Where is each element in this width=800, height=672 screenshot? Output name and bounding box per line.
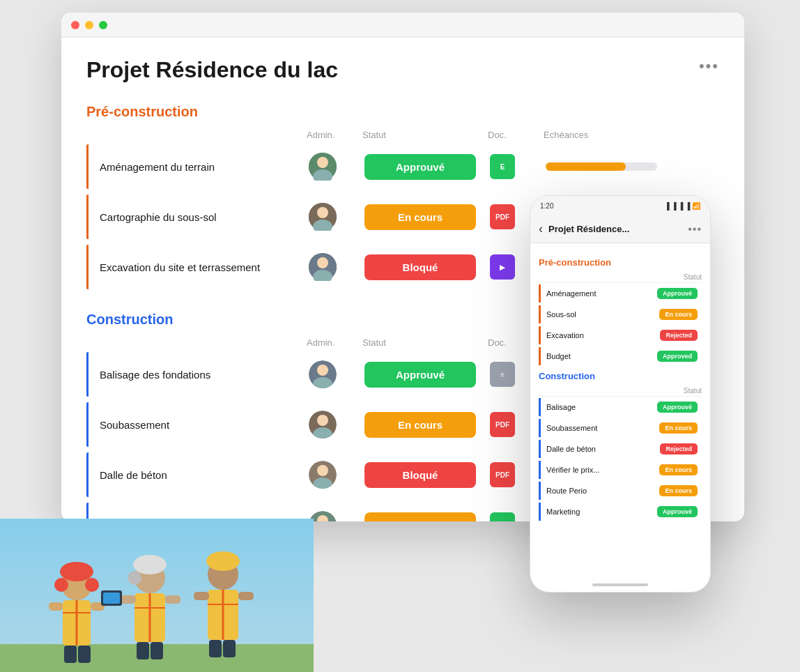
progress-bar xyxy=(546,162,657,171)
doc-badge: ≡ xyxy=(490,362,515,387)
mobile-task-name: Excavation xyxy=(546,331,584,339)
svg-point-16 xyxy=(317,465,328,476)
task-admin xyxy=(309,153,364,181)
task-status: Approuvé xyxy=(364,154,490,180)
svg-rect-31 xyxy=(78,646,91,663)
task-status: En cours xyxy=(364,204,490,230)
task-admin xyxy=(309,253,364,281)
status-badge: Bloqué xyxy=(364,254,476,280)
svg-point-13 xyxy=(317,415,328,426)
task-admin xyxy=(309,360,364,388)
mobile-status-bar: 1:20 ▐ ▐ ▐ ▐ 📶 xyxy=(530,196,710,215)
admin-avatar xyxy=(309,411,337,438)
mobile-construction-tasks: Balisage Approuvé Soubassement En cours … xyxy=(539,398,702,521)
mobile-task-name: Vérifier le prix... xyxy=(546,466,599,474)
page-header: Projet Résidence du lac ••• xyxy=(86,57,719,83)
col-statut-c: Statut xyxy=(362,337,488,348)
mobile-task-name: Dalle de béton xyxy=(546,445,596,453)
status-badge: Approuvé xyxy=(364,362,476,388)
svg-point-32 xyxy=(54,578,68,592)
mobile-more-button[interactable]: ••• xyxy=(688,223,702,236)
svg-rect-54 xyxy=(223,640,236,657)
task-status: En cours xyxy=(364,412,490,438)
mobile-pre-tasks: Aménagement Approuvé Sous-sol En cours E… xyxy=(539,284,702,365)
admin-avatar xyxy=(309,153,337,181)
task-name: Balisage des fondations xyxy=(100,369,309,381)
mobile-pre-col-headers: Statut xyxy=(539,272,702,283)
status-badge: Approuvé xyxy=(364,154,476,180)
mobile-overlay: 1:20 ▐ ▐ ▐ ▐ 📶 ‹ Projet Résidence... •••… xyxy=(530,195,711,593)
task-name: Dalle de béton xyxy=(100,469,309,481)
mobile-statut-col: Statut xyxy=(684,273,702,281)
task-name: Excavation du site et terrassement xyxy=(100,261,309,273)
page-title: Projet Résidence du lac xyxy=(86,57,338,83)
svg-point-45 xyxy=(128,571,141,585)
mobile-task-name: Aménagement xyxy=(546,289,597,298)
svg-rect-51 xyxy=(194,592,209,600)
mobile-time: 1:20 xyxy=(540,202,553,210)
svg-point-1 xyxy=(317,157,328,168)
admin-avatar xyxy=(309,253,337,281)
mobile-pre-title: Pré-construction xyxy=(539,257,702,268)
admin-avatar xyxy=(309,360,337,388)
progress-fill xyxy=(546,162,626,171)
mobile-status-badge: Approuvé xyxy=(657,288,698,299)
task-status: Bloqué xyxy=(364,462,490,488)
mobile-task-row: Excavation Rejected xyxy=(539,326,702,344)
mobile-status-badge: Approved xyxy=(657,351,698,362)
doc-badge: PDF xyxy=(490,204,515,229)
mobile-task-name: Soubassement xyxy=(546,424,597,432)
admin-avatar xyxy=(309,461,337,489)
svg-rect-28 xyxy=(49,602,63,611)
mobile-task-name: Budget xyxy=(546,352,571,360)
mobile-task-row: Sous-sol En cours xyxy=(539,305,702,323)
mobile-home-bar xyxy=(592,583,648,586)
mobile-content[interactable]: Pré-construction Statut Aménagement Appr… xyxy=(530,243,710,592)
maximize-button[interactable] xyxy=(99,21,107,29)
mobile-construction-title: Construction xyxy=(539,371,702,381)
svg-point-35 xyxy=(133,555,167,574)
task-admin xyxy=(309,461,364,489)
svg-rect-43 xyxy=(137,642,149,659)
svg-point-24 xyxy=(60,562,93,581)
svg-rect-30 xyxy=(64,646,77,663)
workers-svg xyxy=(0,519,314,672)
task-admin xyxy=(309,511,364,521)
close-button[interactable] xyxy=(71,21,79,29)
window-titlebar xyxy=(61,13,744,38)
more-options-button[interactable]: ••• xyxy=(699,57,719,75)
status-badge: En cours xyxy=(364,204,476,230)
col-task-c xyxy=(98,337,307,348)
mobile-status-badge: Rejected xyxy=(660,330,698,341)
mobile-status-badge: En cours xyxy=(659,422,698,434)
status-badge: En cours xyxy=(364,412,476,438)
status-badge: En cours xyxy=(364,512,476,522)
svg-point-7 xyxy=(317,257,328,268)
mobile-task-row: Aménagement Approuvé xyxy=(539,284,702,303)
doc-badge: PDF xyxy=(490,412,515,437)
admin-avatar xyxy=(309,203,337,231)
col-task xyxy=(98,130,307,140)
mobile-construction-task-row: Vérifier le prix... En cours xyxy=(539,461,702,479)
task-progress xyxy=(546,162,719,171)
doc-badge: E xyxy=(490,154,515,179)
minimize-button[interactable] xyxy=(85,21,93,29)
col-doc: Doc. xyxy=(488,130,544,140)
task-status: En cours xyxy=(364,512,490,522)
mobile-nav-bar: ‹ Projet Résidence... ••• xyxy=(530,215,710,243)
mobile-signal: ▐ ▐ ▐ ▐ 📶 xyxy=(665,202,700,210)
mobile-task-row: Budget Approved xyxy=(539,347,702,365)
svg-rect-44 xyxy=(151,642,163,659)
svg-point-4 xyxy=(317,207,328,218)
mobile-construction-task-row: Dalle de béton Rejected xyxy=(539,440,702,458)
mobile-construction-task-row: Route Perio En cours xyxy=(539,482,702,500)
mobile-statut-col-c: Statut xyxy=(684,387,702,395)
pre-construction-title: Pré-construction xyxy=(86,104,719,120)
mobile-nav-title: Projet Résidence... xyxy=(548,224,682,234)
svg-point-47 xyxy=(206,551,240,571)
mobile-status-badge: En cours xyxy=(659,485,698,496)
pre-construction-header: Admin. Statut Doc. Echéances xyxy=(86,130,719,144)
mobile-back-button[interactable]: ‹ xyxy=(539,222,543,236)
status-badge: Bloqué xyxy=(364,462,476,488)
task-status: Approuvé xyxy=(364,362,490,388)
